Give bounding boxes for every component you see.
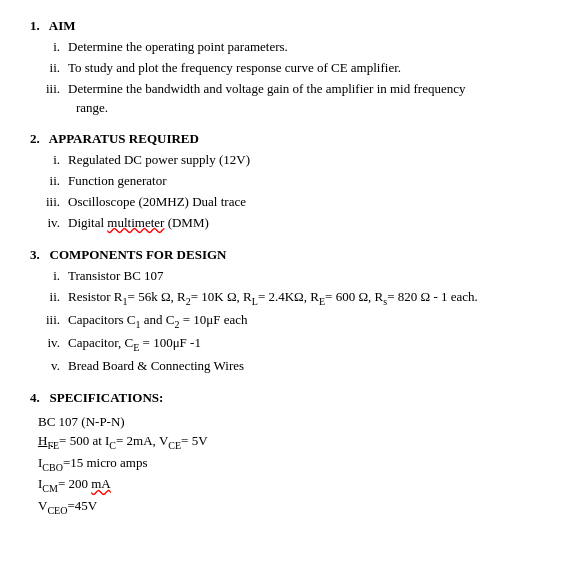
section-aim-title: AIM	[49, 18, 76, 33]
section-aim-header: 1. AIM	[30, 18, 550, 34]
list-content: Bread Board & Connecting Wires	[68, 357, 550, 376]
section-specifications-header: 4. SPECIFICATIONS:	[30, 390, 550, 406]
section-components-title: COMPONENTS FOR DESIGN	[50, 247, 227, 262]
section-aim: 1. AIM i. Determine the operating point …	[30, 18, 550, 117]
spec-line: BC 107 (N-P-N)	[38, 412, 550, 432]
list-index: i.	[30, 267, 68, 286]
page: 1. AIM i. Determine the operating point …	[0, 0, 580, 586]
list-item: ii. Resistor R1= 56k Ω, R2= 10K Ω, RL= 2…	[30, 288, 550, 309]
list-item: iv. Digital multimeter (DMM)	[30, 214, 550, 233]
list-index: iii.	[30, 311, 68, 332]
list-content-wrapped: range.	[30, 99, 550, 118]
list-content: Determine the bandwidth and voltage gain…	[68, 80, 550, 99]
section-components-number: 3.	[30, 247, 40, 262]
list-item: v. Bread Board & Connecting Wires	[30, 357, 550, 376]
list-index: i.	[30, 38, 68, 57]
spec-line: VCEO=45V	[38, 496, 550, 518]
list-item: iii. Determine the bandwidth and voltage…	[30, 80, 550, 99]
spec-block: BC 107 (N-P-N) HFE= 500 at IC= 2mA, VCE=…	[38, 412, 550, 518]
list-item: i. Regulated DC power supply (12V)	[30, 151, 550, 170]
spec-line: HFE= 500 at IC= 2mA, VCE= 5V	[38, 431, 550, 453]
spec-line: ICBO=15 micro amps	[38, 453, 550, 475]
section-components: 3. COMPONENTS FOR DESIGN i. Transistor B…	[30, 247, 550, 376]
section-specifications-title: SPECIFICATIONS:	[50, 390, 164, 405]
section-specifications: 4. SPECIFICATIONS: BC 107 (N-P-N) HFE= 5…	[30, 390, 550, 518]
list-content: Resistor R1= 56k Ω, R2= 10K Ω, RL= 2.4KΩ…	[68, 288, 550, 309]
list-content: To study and plot the frequency response…	[68, 59, 550, 78]
list-content: Transistor BC 107	[68, 267, 550, 286]
list-content: Regulated DC power supply (12V)	[68, 151, 550, 170]
section-apparatus-title: APPARATUS REQUIRED	[49, 131, 199, 146]
list-index: i.	[30, 151, 68, 170]
list-index: ii.	[30, 288, 68, 309]
list-item: ii. To study and plot the frequency resp…	[30, 59, 550, 78]
list-index: v.	[30, 357, 68, 376]
list-index: iv.	[30, 214, 68, 233]
list-item: iii. Oscilloscope (20MHZ) Dual trace	[30, 193, 550, 212]
section-specifications-number: 4.	[30, 390, 40, 405]
section-components-header: 3. COMPONENTS FOR DESIGN	[30, 247, 550, 263]
list-content: Oscilloscope (20MHZ) Dual trace	[68, 193, 550, 212]
list-index: iii.	[30, 80, 68, 99]
list-index: ii.	[30, 172, 68, 191]
list-item: i. Transistor BC 107	[30, 267, 550, 286]
list-item: iv. Capacitor, CE = 100μF -1	[30, 334, 550, 355]
list-content: Function generator	[68, 172, 550, 191]
list-content: Capacitor, CE = 100μF -1	[68, 334, 550, 355]
list-item: iii. Capacitors C1 and C2 = 10μF each	[30, 311, 550, 332]
list-content: Capacitors C1 and C2 = 10μF each	[68, 311, 550, 332]
list-index: iii.	[30, 193, 68, 212]
section-aim-number: 1.	[30, 18, 40, 33]
list-content: Determine the operating point parameters…	[68, 38, 550, 57]
section-apparatus-header: 2. APPARATUS REQUIRED	[30, 131, 550, 147]
list-item: i. Determine the operating point paramet…	[30, 38, 550, 57]
list-index: iv.	[30, 334, 68, 355]
list-content: Digital multimeter (DMM)	[68, 214, 550, 233]
section-apparatus-number: 2.	[30, 131, 40, 146]
list-item: ii. Function generator	[30, 172, 550, 191]
section-apparatus: 2. APPARATUS REQUIRED i. Regulated DC po…	[30, 131, 550, 232]
spec-line: ICM= 200 mA	[38, 474, 550, 496]
list-index: ii.	[30, 59, 68, 78]
